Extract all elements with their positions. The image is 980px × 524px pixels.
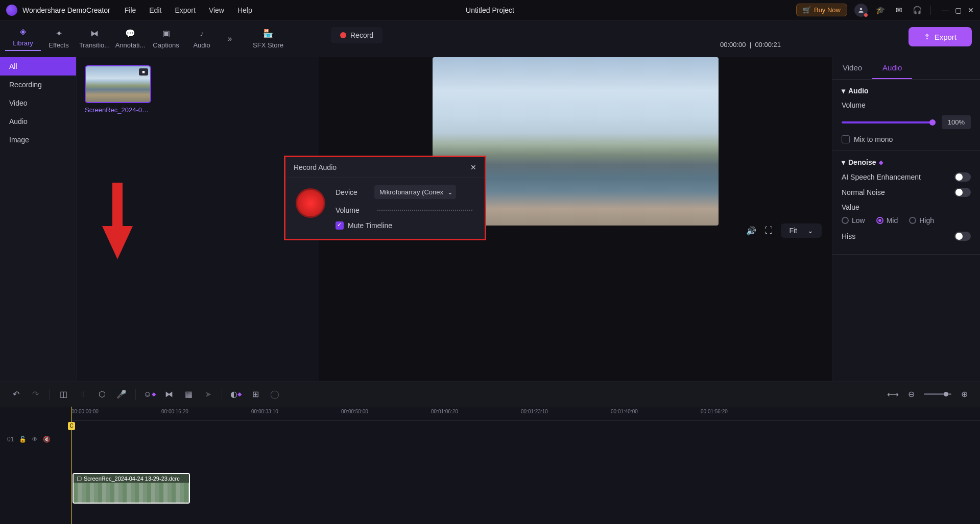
minimize-button[interactable]: —	[942, 6, 949, 14]
tab-captions[interactable]: ▣Captions	[148, 29, 184, 49]
tab-effects[interactable]: ✦Effects	[41, 29, 77, 49]
cart-icon: 🛒	[803, 6, 811, 14]
svg-point-0	[860, 8, 863, 10]
playhead[interactable]	[71, 407, 72, 524]
timeline-ruler[interactable]: 00:00:00:00 00:00:16:20 00:00:33:10 00:0…	[71, 407, 980, 421]
zoom-out-icon[interactable]: ⊖	[905, 389, 917, 400]
person-icon[interactable]: ◯	[269, 389, 280, 400]
mute-timeline-checkbox[interactable]: Mute Timeline	[336, 221, 472, 230]
buy-now-button[interactable]: 🛒Buy Now	[796, 4, 847, 16]
hiss-toggle[interactable]	[954, 232, 971, 241]
properties-panel: Video Audio ▾Audio Volume 100% Mix to mo…	[832, 57, 980, 381]
undo-icon[interactable]: ↶	[10, 389, 21, 400]
menu-file[interactable]: File	[125, 6, 136, 14]
user-avatar-icon[interactable]	[854, 4, 868, 17]
app-logo-icon	[6, 5, 17, 16]
more-icon: »	[228, 34, 232, 43]
tab-audio[interactable]: ♪Audio	[184, 29, 220, 49]
volume-value[interactable]: 100%	[942, 115, 971, 129]
tab-transitions[interactable]: ⧓Transitio...	[77, 29, 112, 49]
tab-library[interactable]: ◈Library	[5, 27, 41, 51]
cat-image[interactable]: Image	[0, 131, 76, 149]
shield-icon[interactable]: ⬡	[97, 389, 108, 400]
audio-section-header[interactable]: ▾Audio	[842, 87, 971, 95]
record-start-button[interactable]	[296, 188, 325, 218]
chevron-down-icon: ⌄	[447, 188, 453, 196]
timeline-clip[interactable]: ▢ScreenRec_2024-04-24 13-29-23.dcrc	[73, 473, 190, 504]
fit-timeline-icon[interactable]: ⟷	[887, 389, 898, 400]
split-icon[interactable]: ⦀	[77, 389, 88, 400]
timeline-toolbar: ↶ ↷ ◫ ⦀ ⬡ 🎤 ☺◆ ⧓ ▦ ➤ ◐◆ ⊞ ◯ ⟷ ⊖ ⊕	[0, 381, 980, 407]
dialog-volume-label: Volume	[336, 206, 374, 214]
cat-recording[interactable]: Recording	[0, 76, 76, 94]
eye-icon[interactable]: 👁	[32, 436, 38, 443]
close-button[interactable]: ✕	[968, 6, 974, 14]
title-bar: Wondershare DemoCreator File Edit Export…	[0, 0, 980, 20]
dialog-volume-slider[interactable]	[377, 210, 472, 211]
menu-view[interactable]: View	[209, 6, 224, 14]
export-icon: ⇪	[924, 32, 930, 41]
fullscreen-icon[interactable]: ⛶	[764, 226, 773, 235]
denoise-section-header[interactable]: ▾Denoise◆	[842, 158, 971, 166]
record-dot-icon	[340, 32, 346, 38]
media-thumbnail: ■	[85, 65, 151, 103]
record-button[interactable]: Record	[331, 27, 383, 43]
maximize-button[interactable]: ▢	[955, 6, 962, 14]
track-head: 01 🔓 👁 🔇	[0, 436, 71, 443]
volume-label: Volume	[842, 101, 866, 109]
dialog-close-icon[interactable]: ✕	[470, 163, 476, 171]
support-icon[interactable]: 🎧	[912, 5, 923, 16]
value-label: Value	[842, 203, 971, 211]
redo-icon[interactable]: ↷	[30, 389, 41, 400]
device-select[interactable]: Mikrofonarray (Conex⌄	[374, 185, 456, 199]
tab-annotations[interactable]: 💬Annotati...	[112, 29, 148, 49]
store-icon: 🏪	[263, 29, 273, 38]
cat-all[interactable]: All	[0, 57, 76, 76]
cat-audio[interactable]: Audio	[0, 112, 76, 131]
red-arrow-annotation	[102, 183, 133, 259]
mic-icon[interactable]: 🎤	[116, 389, 127, 400]
mute-icon[interactable]: 🔇	[43, 436, 51, 443]
crop-icon[interactable]: ◫	[58, 389, 69, 400]
cursor-icon[interactable]: ➤	[202, 389, 213, 400]
globe-icon[interactable]: ◐◆	[230, 389, 242, 400]
fit-select[interactable]: Fit⌄	[781, 223, 822, 238]
graduation-icon[interactable]: 🎓	[875, 5, 886, 16]
media-item[interactable]: ■ ScreenRec_2024-04...	[85, 65, 151, 114]
record-audio-dialog: Record Audio ✕ Device Mikrofonarray (Con…	[284, 156, 486, 240]
media-label: ScreenRec_2024-04...	[85, 106, 151, 114]
camera-badge-icon: ■	[139, 68, 148, 76]
track-row: 01 🔓 👁 🔇	[0, 424, 980, 455]
mix-mono-checkbox[interactable]: Mix to mono	[842, 135, 971, 143]
mail-icon[interactable]: ✉	[893, 5, 904, 16]
menu-export[interactable]: Export	[175, 6, 195, 14]
frame-icon[interactable]: ▦	[183, 389, 194, 400]
cat-video[interactable]: Video	[0, 94, 76, 112]
radio-low[interactable]: Low	[842, 216, 865, 224]
normal-noise-label: Normal Noise	[842, 188, 885, 196]
face-icon[interactable]: ☺◆	[144, 389, 155, 400]
ai-speech-toggle[interactable]	[954, 172, 971, 182]
props-tab-video[interactable]: Video	[832, 57, 872, 79]
zoom-slider[interactable]	[924, 393, 951, 395]
props-tab-audio[interactable]: Audio	[872, 57, 912, 79]
gem-icon: ◆	[879, 159, 883, 166]
normal-noise-toggle[interactable]	[954, 188, 971, 197]
tab-sfx-store[interactable]: 🏪SFX Store	[250, 29, 286, 49]
time-display: 00:00:00 | 00:00:21	[720, 41, 781, 48]
audio-icon: ♪	[200, 29, 204, 38]
tab-more[interactable]: »	[220, 34, 240, 43]
radio-high[interactable]: High	[909, 216, 934, 224]
menu-edit[interactable]: Edit	[149, 6, 161, 14]
lock-icon[interactable]: 🔓	[19, 436, 27, 443]
adjust-icon[interactable]: ⊞	[250, 389, 261, 400]
track-number: 01	[7, 436, 14, 443]
mirror-icon[interactable]: ⧓	[163, 389, 175, 400]
volume-slider[interactable]	[842, 121, 936, 123]
zoom-in-icon[interactable]: ⊕	[959, 389, 970, 400]
device-label: Device	[336, 188, 374, 196]
speaker-icon[interactable]: 🔊	[746, 226, 756, 236]
export-button[interactable]: ⇪Export	[909, 27, 972, 46]
radio-mid[interactable]: Mid	[876, 216, 898, 224]
menu-help[interactable]: Help	[237, 6, 252, 14]
